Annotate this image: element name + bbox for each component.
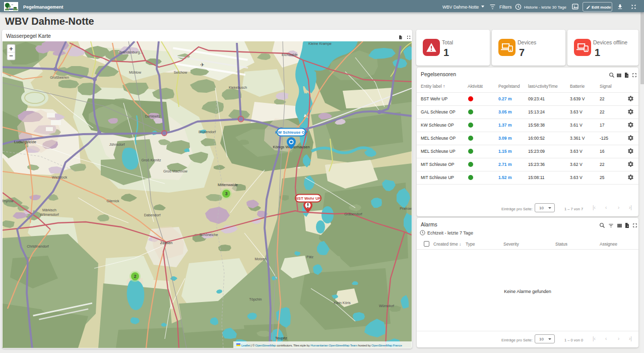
svg-text:Dahlewitz: Dahlewitz (145, 114, 161, 118)
svg-text:Pätz: Pätz (306, 255, 314, 259)
svg-text:+: + (9, 45, 13, 52)
svg-text:Groß Machnow: Groß Machnow (163, 169, 188, 173)
svg-text:Kiekebusch: Kiekebusch (229, 86, 247, 89)
svg-text:Klein Köris: Klein Köris (334, 301, 351, 305)
svg-text:KW Schleuse OP: KW Schleuse OP (275, 130, 308, 135)
svg-text:Groß Kienitz: Groß Kienitz (142, 158, 161, 162)
svg-text:Märkisch: Märkisch (42, 208, 56, 212)
svg-text:Brusendorf: Brusendorf (199, 130, 216, 134)
svg-text:Wilmersdorf: Wilmersdorf (40, 213, 58, 216)
svg-text:✈: ✈ (200, 62, 204, 68)
svg-text:Zossen: Zossen (160, 241, 173, 245)
svg-text:Teupitz: Teupitz (275, 336, 287, 340)
svg-text:Glienick: Glienick (107, 199, 119, 203)
svg-text:2: 2 (134, 274, 137, 279)
svg-text:Wünsdorf: Wünsdorf (379, 304, 394, 308)
svg-text:Dabendorf: Dabendorf (144, 213, 161, 217)
svg-text:Ludwigsfelde: Ludwigsfelde (14, 140, 36, 144)
svg-text:Brandenburg...: Brandenburg... (119, 50, 143, 54)
svg-text:BST Wehr UP: BST Wehr UP (295, 196, 321, 201)
svg-text:Kleine Krampe: Kleine Krampe (308, 42, 332, 46)
svg-text:Mühlow: Mühlow (129, 71, 142, 74)
svg-text:Leaflet | © OpenStreetMap cont: Leaflet | © OpenStreetMap contributors, … (241, 343, 402, 347)
svg-text:Jühnsdorf: Jühnsdorf (109, 143, 125, 146)
svg-text:Wietstock: Wietstock (52, 175, 68, 179)
svg-text:Großbeeren: Großbeeren (50, 76, 69, 79)
svg-text:Christinendorf: Christinendorf (27, 245, 49, 248)
svg-text:Prierow: Prierow (400, 207, 412, 210)
svg-text:Eichwalde: Eichwalde (282, 53, 298, 56)
svg-text:−: − (9, 52, 13, 60)
svg-text:Töpchin: Töpchin (249, 298, 262, 302)
svg-text:Mittenwalde: Mittenwalde (218, 183, 238, 187)
svg-text:Motzen: Motzen (255, 257, 267, 261)
svg-text:Thyrow: Thyrow (3, 199, 14, 203)
svg-text:Schöneiche: Schöneiche (200, 233, 218, 237)
svg-text:Selchow: Selchow (174, 71, 187, 74)
svg-text:3: 3 (225, 191, 228, 196)
svg-text:Gräbendorf: Gräbendorf (344, 212, 362, 216)
